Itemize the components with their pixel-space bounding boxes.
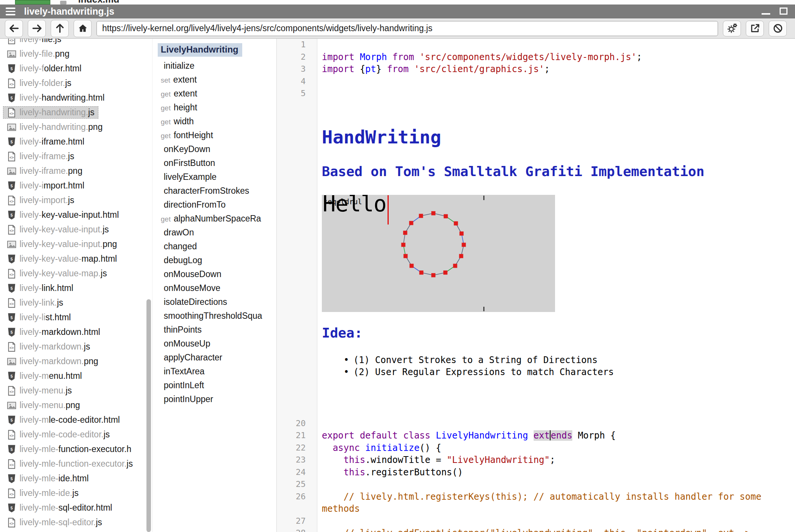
handwriting-canvas[interactable]: seq=ldrul Hello bbox=[322, 195, 555, 312]
file-row-box: 5lively-markdown.html bbox=[3, 326, 104, 338]
file-list-scrollbar[interactable] bbox=[146, 299, 151, 532]
file-row[interactable]: 5lively-list.html bbox=[0, 310, 152, 325]
outline-method-row[interactable]: applyCharacter bbox=[152, 351, 276, 365]
file-row[interactable]: <>lively-key-value-input.js bbox=[0, 222, 152, 237]
file-row-box: <>lively-iframe.js bbox=[3, 150, 78, 163]
code-line[interactable]: export default class LivelyHandwriting e… bbox=[317, 430, 795, 442]
open-external-button[interactable] bbox=[746, 21, 764, 36]
code-line[interactable]: async initialize() { bbox=[317, 442, 795, 454]
outline-class-name[interactable]: LivelyHandwriting bbox=[158, 43, 242, 57]
file-row[interactable]: 5lively-markdown.html bbox=[0, 325, 152, 339]
settings-button[interactable] bbox=[723, 21, 741, 36]
line-number: 26 bbox=[277, 491, 317, 515]
outline-method-row[interactable]: thinPoints bbox=[152, 323, 276, 337]
outline-method-row[interactable]: onMouseMove bbox=[152, 281, 276, 295]
outline-method-row[interactable]: onMouseUp bbox=[152, 337, 276, 351]
code-line[interactable]: this.windowTitle = "LivelyHandwriting"; bbox=[317, 454, 795, 466]
file-row[interactable]: <>lively-markdown.js bbox=[0, 339, 152, 354]
outline-method-row[interactable]: characterFromStrokes bbox=[152, 184, 276, 198]
maximize-icon[interactable] bbox=[780, 8, 787, 15]
code-line[interactable]: // lively.html.registerKeys(this); // au… bbox=[317, 491, 795, 515]
code-line[interactable]: import Morph from 'src/components/widget… bbox=[317, 51, 795, 63]
outline-method-row[interactable]: getalphaNumberSpaceRa bbox=[152, 212, 276, 226]
outline-method-row[interactable]: inTextArea bbox=[152, 365, 276, 378]
outline-method-row[interactable]: getfontHeight bbox=[152, 128, 276, 142]
code-line[interactable] bbox=[317, 515, 795, 527]
file-row[interactable]: 5lively-mle-ide.html bbox=[0, 471, 152, 486]
file-name: lively-mle-sql-editor.js bbox=[20, 517, 102, 527]
file-row[interactable]: 5lively-menu.html bbox=[0, 369, 152, 383]
file-row[interactable]: lively-iframe.png bbox=[0, 164, 152, 178]
outline-method-row[interactable]: changed bbox=[152, 240, 276, 253]
hamburger-menu-icon[interactable] bbox=[6, 8, 15, 15]
home-button[interactable] bbox=[74, 20, 92, 37]
file-row[interactable]: <>lively-key-value-map.js bbox=[0, 266, 152, 281]
outline-method-row[interactable]: pointInLeft bbox=[152, 378, 276, 392]
file-row[interactable]: <>lively-mle-function-executor.js bbox=[0, 457, 152, 471]
outline-method-row[interactable]: getheight bbox=[152, 101, 276, 115]
file-row[interactable]: 5lively-handwriting.html bbox=[0, 90, 152, 105]
code-line[interactable] bbox=[317, 75, 795, 88]
file-row[interactable]: lively-markdown.png bbox=[0, 354, 152, 369]
outline-method-row[interactable]: pointInUpper bbox=[152, 392, 276, 406]
file-row[interactable]: <>lively-mle-ide.js bbox=[0, 486, 152, 500]
file-row[interactable]: <>lively-mle-code-editor.js bbox=[0, 427, 152, 442]
outline-method-row[interactable]: drawOn bbox=[152, 226, 276, 240]
file-row[interactable]: <>lively-menu.js bbox=[0, 383, 152, 398]
block-button[interactable] bbox=[769, 21, 787, 36]
outline-method-row[interactable]: onFirstButton bbox=[152, 156, 276, 170]
file-row[interactable]: <>lively-iframe.js bbox=[0, 149, 152, 164]
file-row[interactable]: lively-handwriting.png bbox=[0, 120, 152, 134]
file-row[interactable]: <>lively-handwriting.js bbox=[0, 105, 152, 120]
outline-method-row[interactable]: livelyExample bbox=[152, 170, 276, 184]
outline-method-row[interactable]: isolateDirections bbox=[152, 295, 276, 309]
up-button[interactable] bbox=[51, 20, 69, 37]
code-line[interactable] bbox=[317, 39, 795, 51]
file-row[interactable]: 5lively-link.html bbox=[0, 281, 152, 295]
url-input[interactable] bbox=[97, 21, 718, 36]
back-button[interactable] bbox=[5, 20, 23, 37]
file-row[interactable]: 5lively-mle-code-editor.html bbox=[0, 413, 152, 427]
file-row-box: <>lively-mle-sql-editor.js bbox=[3, 516, 106, 529]
code-line[interactable]: this.registerButtons() bbox=[317, 466, 795, 479]
file-row[interactable]: <>lively-link.js bbox=[0, 295, 152, 310]
file-row[interactable]: 5lively-import.html bbox=[0, 178, 152, 193]
image-file-icon bbox=[7, 357, 16, 366]
outline-method-row[interactable]: onKeyDown bbox=[152, 142, 276, 156]
outline-method-row[interactable]: onMouseDown bbox=[152, 267, 276, 281]
file-row[interactable]: 5lively-iframe.html bbox=[0, 134, 152, 149]
file-row[interactable]: 5lively-key-value-map.html bbox=[0, 252, 152, 266]
code-line[interactable]: import {pt} from 'src/client/graphics.js… bbox=[317, 63, 795, 75]
file-row[interactable]: 5lively-mle-sql-editor.html bbox=[0, 500, 152, 515]
file-row[interactable]: <>lively-mle-sql-editor.js bbox=[0, 515, 152, 530]
outline-method-row[interactable]: initialize bbox=[152, 59, 276, 73]
js-file-icon: <> bbox=[7, 269, 16, 279]
code-line[interactable] bbox=[317, 478, 795, 491]
forward-button[interactable] bbox=[28, 20, 46, 37]
file-row[interactable]: 5lively-mle-function-executor.h bbox=[0, 442, 152, 457]
method-name: fontHeight bbox=[173, 130, 213, 140]
outline-method-row[interactable]: getextent bbox=[152, 87, 276, 101]
method-name: applyCharacter bbox=[164, 353, 222, 362]
file-row[interactable]: lively-key-value-input.png bbox=[0, 237, 152, 252]
code-line[interactable]: // lively.addEventListener("livelyhandwr… bbox=[317, 527, 795, 532]
file-row[interactable]: <>lively-file.js bbox=[0, 39, 152, 47]
file-row[interactable]: lively-file.png bbox=[0, 47, 152, 61]
file-name: lively-mle-code-editor.js bbox=[20, 430, 110, 440]
outline-method-row[interactable]: directionFromTo bbox=[152, 198, 276, 212]
minimize-icon[interactable] bbox=[762, 13, 770, 15]
file-name: lively-markdown.js bbox=[20, 342, 90, 352]
code-line[interactable] bbox=[317, 417, 795, 430]
svg-text:5: 5 bbox=[11, 286, 13, 291]
outline-method-row[interactable]: getwidth bbox=[152, 115, 276, 128]
outline-method-row[interactable]: debugLog bbox=[152, 253, 276, 267]
file-row[interactable]: 5lively-key-value-input.html bbox=[0, 208, 152, 222]
outline-method-row[interactable]: smoothingThresholdSqua bbox=[152, 309, 276, 323]
file-row[interactable]: <>lively-import.js bbox=[0, 193, 152, 208]
file-row[interactable]: lively-menu.png bbox=[0, 398, 152, 413]
outline-method-row[interactable]: setextent bbox=[152, 73, 276, 87]
code-line[interactable] bbox=[317, 87, 795, 100]
file-row[interactable]: 5lively-folder.html bbox=[0, 61, 152, 76]
file-row-box: <>lively-folder.js bbox=[3, 77, 75, 89]
file-row[interactable]: <>lively-folder.js bbox=[0, 76, 152, 90]
